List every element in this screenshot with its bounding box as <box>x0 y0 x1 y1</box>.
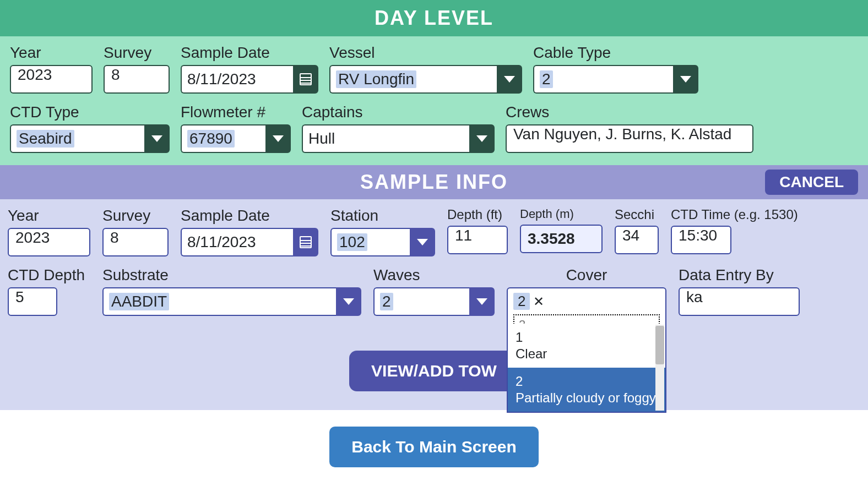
field-vessel: Vessel RV Longfin <box>329 44 522 94</box>
input-depth-ft[interactable]: 11 <box>447 226 508 254</box>
select-flowmeter[interactable]: 67890 <box>181 124 291 153</box>
field-waves: Waves 2 <box>373 266 495 316</box>
field-cable-type: Cable Type 2 <box>533 44 698 94</box>
select-station[interactable]: 102 <box>330 228 435 256</box>
field-ctd-type: CTD Type Seabird <box>10 103 170 153</box>
field-depth-ft: Depth (ft) 11 <box>447 207 508 256</box>
field-captains: Captains Hull <box>302 103 495 153</box>
sample-info-title: SAMPLE INFO <box>360 171 508 194</box>
select-ctd-type[interactable]: Seabird <box>10 124 170 153</box>
chevron-down-icon[interactable] <box>265 124 291 153</box>
label-si-year: Year <box>8 207 90 225</box>
label-ctd-type: CTD Type <box>10 103 170 121</box>
chevron-down-icon[interactable] <box>497 65 522 94</box>
field-si-sample-date: Sample Date 8/11/2023 <box>181 207 318 256</box>
chevron-down-icon[interactable] <box>144 124 170 153</box>
back-to-main-button[interactable]: Back To Main Screen <box>329 427 539 467</box>
label-si-sample-date: Sample Date <box>181 207 318 225</box>
field-ctd-depth: CTD Depth 5 <box>8 266 90 316</box>
cover-selected-tag: 2 ✕ <box>513 293 544 310</box>
label-flowmeter: Flowmeter # <box>181 103 291 121</box>
dropdown-scrollbar[interactable] <box>655 325 664 411</box>
remove-tag-icon[interactable]: ✕ <box>533 294 544 309</box>
label-data-entry-by: Data Entry By <box>679 266 800 284</box>
input-crews[interactable]: Van Nguyen, J. Burns, K. Alstad <box>506 124 753 153</box>
input-survey[interactable]: 8 <box>104 65 170 94</box>
chevron-down-icon[interactable] <box>336 287 361 316</box>
field-cover: Cover 2 ✕ 2 1 Clear 2 Partially cloudy o… <box>507 266 666 341</box>
field-year: Year 2023 <box>10 44 93 94</box>
field-secchi: Secchi 34 <box>615 207 659 256</box>
field-station: Station 102 <box>330 207 435 256</box>
field-sample-date: Sample Date 8/11/2023 <box>181 44 318 94</box>
sample-info-banner: SAMPLE INFO CANCEL <box>0 165 868 199</box>
calendar-icon[interactable] <box>293 65 318 94</box>
view-add-tow-button[interactable]: VIEW/ADD TOW <box>349 351 519 391</box>
label-ctd-time: CTD Time (e.g. 1530) <box>671 207 814 222</box>
day-level-banner: DAY LEVEL <box>0 0 868 36</box>
scroll-thumb[interactable] <box>655 326 664 364</box>
label-sample-date: Sample Date <box>181 44 318 62</box>
chevron-down-icon[interactable] <box>469 124 495 153</box>
field-crews: Crews Van Nguyen, J. Burns, K. Alstad <box>506 103 753 153</box>
calendar-icon[interactable] <box>293 228 318 256</box>
select-waves[interactable]: 2 <box>373 287 495 316</box>
label-survey: Survey <box>104 44 170 62</box>
label-cable-type: Cable Type <box>533 44 698 62</box>
day-level-body: Year 2023 Survey 8 Sample Date 8/11/2023… <box>0 36 868 165</box>
input-data-entry-by[interactable]: ka <box>679 287 800 316</box>
date-picker-sample-date[interactable]: 8/11/2023 <box>181 65 318 94</box>
input-year[interactable]: 2023 <box>10 65 93 94</box>
chevron-down-icon[interactable] <box>410 228 435 256</box>
field-depth-m: Depth (m) 3.3528 <box>520 207 603 256</box>
input-ctd-time[interactable]: 15:30 <box>671 226 731 254</box>
chevron-down-icon[interactable] <box>469 287 495 316</box>
label-captains: Captains <box>302 103 495 121</box>
label-depth-m: Depth (m) <box>520 207 603 221</box>
field-si-year: Year 2023 <box>8 207 90 256</box>
field-ctd-time: CTD Time (e.g. 1530) 15:30 <box>671 207 814 256</box>
label-station: Station <box>330 207 435 225</box>
label-depth-ft: Depth (ft) <box>447 207 508 222</box>
select-cable-type[interactable]: 2 <box>533 65 698 94</box>
label-year: Year <box>10 44 93 62</box>
day-level-title: DAY LEVEL <box>375 7 493 29</box>
label-cover: Cover <box>507 266 666 284</box>
label-si-survey: Survey <box>102 207 169 225</box>
select-captains[interactable]: Hull <box>302 124 495 153</box>
label-crews: Crews <box>506 103 753 121</box>
chevron-down-icon[interactable] <box>673 65 698 94</box>
select-substrate[interactable]: AABDIT <box>102 287 361 316</box>
label-vessel: Vessel <box>329 44 522 62</box>
field-data-entry-by: Data Entry By ka <box>679 266 800 316</box>
cover-dropdown: 1 Clear 2 Partially cloudy or foggy <box>507 324 666 413</box>
label-ctd-depth: CTD Depth <box>8 266 90 284</box>
label-substrate: Substrate <box>102 266 361 284</box>
label-waves: Waves <box>373 266 495 284</box>
cover-option-2[interactable]: 2 Partially cloudy or foggy <box>508 368 665 412</box>
field-substrate: Substrate AABDIT <box>102 266 361 316</box>
field-si-survey: Survey 8 <box>102 207 169 256</box>
cover-option-1[interactable]: 1 Clear <box>508 324 665 368</box>
select-vessel[interactable]: RV Longfin <box>329 65 522 94</box>
cancel-button[interactable]: CANCEL <box>765 170 858 195</box>
date-picker-si-sample-date[interactable]: 8/11/2023 <box>181 228 318 256</box>
field-survey: Survey 8 <box>104 44 170 94</box>
input-secchi[interactable]: 34 <box>615 226 659 254</box>
field-flowmeter: Flowmeter # 67890 <box>181 103 291 153</box>
input-si-year[interactable]: 2023 <box>8 228 90 256</box>
sample-info-body: Year 2023 Survey 8 Sample Date 8/11/2023… <box>0 199 868 410</box>
input-ctd-depth[interactable]: 5 <box>8 287 57 316</box>
label-secchi: Secchi <box>615 207 659 222</box>
output-depth-m: 3.3528 <box>520 225 603 253</box>
input-si-survey[interactable]: 8 <box>102 228 169 256</box>
